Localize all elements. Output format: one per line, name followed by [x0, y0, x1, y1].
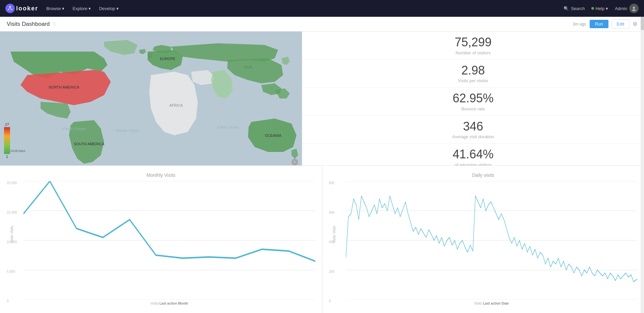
stats-panel: 75,299 Number of visitors 2.98 Visits pe…	[302, 32, 644, 165]
daily-y-label-200: 200	[329, 270, 335, 273]
svg-text:OCEANIA: OCEANIA	[265, 134, 281, 138]
edit-button[interactable]: Edit	[612, 19, 629, 29]
y-label-20k: 20,000	[7, 181, 17, 185]
svg-text:i: i	[294, 160, 295, 164]
stat-bounce-rate: 62.95% Bounce rate	[302, 88, 644, 116]
svg-text:NORTH AMERICA: NORTH AMERICA	[49, 85, 79, 89]
daily-chart-title: Daily visits	[329, 172, 638, 178]
world-map: NORTH AMERICA SOUTH AMERICA EUROPE AFRIC…	[0, 32, 302, 165]
browse-label: Browse	[46, 6, 61, 11]
search-icon: 🔍	[564, 6, 569, 11]
develop-label: Develop	[99, 6, 115, 11]
browse-chevron: ▾	[62, 6, 64, 11]
monthly-x-label: Visits Last action Month	[23, 302, 315, 305]
bottom-row: Monthly Visits Visits Visits 0 5,000 10,…	[0, 166, 644, 313]
svg-text:SOUTH AMERICA: SOUTH AMERICA	[74, 142, 104, 146]
logo-text: looker	[16, 5, 38, 12]
run-button[interactable]: Run	[590, 20, 608, 28]
svg-text:AFRICA: AFRICA	[169, 103, 183, 107]
settings-button[interactable]: ⚙	[633, 21, 637, 27]
browse-menu[interactable]: Browse ▾	[46, 6, 64, 11]
search-label: Search	[571, 6, 585, 11]
svg-line-3	[9, 8, 10, 9]
stat-vpv-value: 2.98	[461, 64, 485, 77]
y-label-0: 0	[7, 299, 17, 303]
subheader-actions: 3m ago Run Edit ⚙	[573, 19, 637, 29]
legend-bar	[4, 127, 10, 154]
svg-text:EUROPE: EUROPE	[160, 57, 175, 61]
scrollbar-thumb[interactable]	[641, 17, 644, 30]
svg-point-0	[9, 6, 11, 8]
stat-vpv-label: Visits per visitor	[458, 78, 488, 83]
explore-label: Explore	[72, 6, 87, 11]
admin-menu[interactable]: Admin	[615, 4, 639, 13]
develop-chevron: ▾	[116, 6, 119, 11]
logo-icon	[5, 4, 15, 13]
y-label-10k: 10,000	[7, 240, 17, 244]
nav-right: 🔍 Search Help ▾ Admin	[564, 4, 639, 13]
stat-visitors-value: 75,299	[454, 36, 491, 49]
logo[interactable]: looker	[5, 4, 38, 13]
explore-chevron: ▾	[89, 6, 91, 11]
svg-text:Indian Ocean: Indian Ocean	[217, 125, 239, 129]
daily-y-label-0: 0	[329, 299, 335, 303]
map-legend: 27 1	[4, 122, 10, 159]
top-row: NORTH AMERICA SOUTH AMERICA EUROPE AFRIC…	[0, 32, 644, 166]
monthly-visits-chart: Monthly Visits Visits Visits 0 5,000 10,…	[0, 166, 322, 313]
monthly-x-label-bold: Last action Month	[159, 302, 188, 305]
explore-menu[interactable]: Explore ▾	[72, 6, 91, 11]
daily-y-label-400: 400	[329, 240, 335, 244]
daily-x-label-bold: Last action Date	[483, 302, 509, 305]
stat-duration-label: Average visit duration	[452, 134, 494, 139]
map-svg: NORTH AMERICA SOUTH AMERICA EUROPE AFRIC…	[0, 32, 302, 165]
stat-visitors-label: Number of visitors	[455, 50, 491, 55]
help-label: Help	[595, 6, 604, 11]
search-button[interactable]: 🔍 Search	[564, 6, 585, 11]
stat-duration-value: 346	[463, 120, 483, 133]
help-chevron: ▾	[606, 6, 608, 11]
stat-avg-duration: 346 Average visit duration	[302, 116, 644, 144]
navbar: looker Browse ▾ Explore ▾ Develop ▾ 🔍 Se…	[0, 0, 644, 17]
status-dot	[591, 7, 594, 10]
page-title: Visits Dashboard ♡	[7, 21, 57, 28]
stat-bounce-label: Bounce rate	[461, 106, 485, 111]
y-label-5k: 5,000	[7, 270, 17, 273]
stat-visitors: 75,299 Number of visitors	[302, 32, 644, 60]
stat-returning-value: 41.64%	[452, 148, 493, 161]
avatar	[629, 4, 639, 13]
daily-chart-svg: 2016 February March April May June July …	[346, 181, 638, 300]
daily-y-label-600: 600	[329, 211, 335, 214]
help-menu[interactable]: Help ▾	[591, 6, 608, 11]
last-run-time: 3m ago	[573, 22, 586, 27]
daily-x-label: Visits Last action Date	[346, 302, 638, 305]
daily-visits-chart: Daily visits Visits Visits 0 200 400 600…	[322, 166, 644, 313]
subheader: Visits Dashboard ♡ 3m ago Run Edit ⚙	[0, 17, 644, 32]
svg-text:Pacific Ocean: Pacific Ocean	[63, 127, 86, 131]
main-content: NORTH AMERICA SOUTH AMERICA EUROPE AFRIC…	[0, 32, 644, 313]
monthly-chart-title: Monthly Visits	[7, 172, 315, 178]
svg-point-5	[633, 7, 635, 9]
svg-line-4	[10, 8, 12, 9]
daily-y-label-800: 800	[329, 181, 335, 185]
svg-point-6	[632, 9, 636, 11]
stat-visits-per-visitor: 2.98 Visits per visitor	[302, 60, 644, 88]
page-title-text: Visits Dashboard	[7, 21, 50, 28]
y-label-15k: 15,000	[7, 211, 17, 214]
svg-text:OCEANIA: OCEANIA	[10, 149, 25, 153]
develop-menu[interactable]: Develop ▾	[99, 6, 119, 11]
stat-bounce-value: 62.95%	[452, 92, 493, 105]
monthly-chart-svg: 2016 February March April May June July …	[23, 181, 315, 300]
svg-text:Atlantic Ocean: Atlantic Ocean	[115, 128, 140, 133]
scrollbar-track	[641, 17, 644, 313]
favorite-icon[interactable]: ♡	[52, 21, 57, 27]
legend-min: 1	[6, 155, 8, 159]
admin-label: Admin	[615, 6, 627, 11]
legend-max: 27	[5, 122, 9, 126]
